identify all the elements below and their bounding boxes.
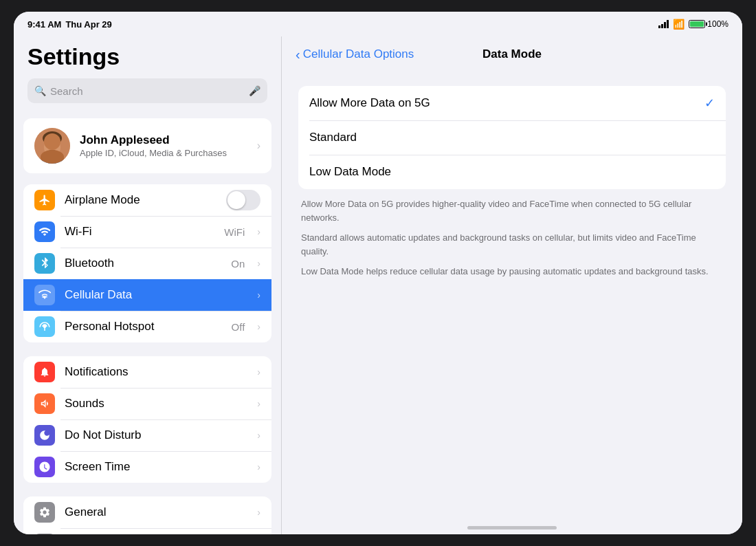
svg-point-4 [47,144,50,147]
profile-chevron-icon: › [257,140,260,152]
option-standard[interactable]: Standard [298,120,726,155]
description-allow-more: Allow More Data on 5G provides higher-qu… [301,197,723,224]
svg-point-1 [43,131,62,145]
ipad-frame: 9:41 AM Thu Apr 29 📶 100% [14,12,742,534]
signal-icon [658,20,669,28]
sidebar-item-controlcenter[interactable]: Control Center › [23,528,271,534]
option-low-data-label: Low Data Mode [309,165,715,179]
profile-info: John Appleseed Apple ID, iCloud, Media &… [80,133,247,158]
back-chevron-icon: ‹ [296,47,300,63]
option-low-data[interactable]: Low Data Mode [298,155,726,189]
cellular-label: Cellular Data [65,288,245,302]
screentime-chevron-icon: › [257,461,260,472]
sidebar-item-cellular[interactable]: Cellular Data › [23,279,271,311]
screentime-label: Screen Time [65,460,245,474]
network-section: Airplane Mode Wi-Fi WiFi [23,184,271,342]
option-standard-label: Standard [309,131,715,144]
general-label: General [65,505,245,519]
sidebar-item-hotspot[interactable]: Personal Hotspot Off › [23,311,271,342]
notifications-label: Notifications [65,365,245,379]
svg-point-3 [45,150,59,158]
profile-name: John Appleseed [80,133,247,147]
hotspot-svg [38,320,51,333]
notification-section: Notifications › Sounds › [23,356,271,483]
sidebar-item-donotdisturb[interactable]: Do Not Disturb › [23,419,271,451]
general-svg [38,506,51,518]
battery-bar [689,20,705,28]
avatar-svg [34,128,70,164]
cellular-svg [38,289,51,301]
detail-panel: ‹ Cellular Data Options Data Mode Allow … [282,36,742,534]
sounds-label: Sounds [65,397,245,411]
general-chevron-icon: › [257,507,260,518]
back-label: Cellular Data Options [303,47,414,61]
sidebar-item-airplane[interactable]: Airplane Mode [23,184,271,216]
donotdisturb-chevron-icon: › [257,430,260,441]
airplane-label: Airplane Mode [65,193,216,207]
sounds-chevron-icon: › [257,398,260,409]
cellular-icon [34,285,55,305]
sidebar-item-wifi[interactable]: Wi-Fi WiFi › [23,216,271,248]
back-button[interactable]: ‹ Cellular Data Options [296,47,414,63]
option-allow-more[interactable]: Allow More Data on 5G ✓ [298,86,726,120]
svg-point-5 [54,144,57,147]
sidebar: Settings 🔍 🎤 [14,36,282,534]
bluetooth-label: Bluetooth [65,256,221,270]
svg-point-2 [44,138,60,157]
wifi-value: WiFi [224,226,245,238]
notifications-icon [34,362,55,382]
screentime-svg [38,461,51,473]
home-bar [467,526,557,529]
screentime-icon [34,457,55,477]
description-low-data: Low Data Mode helps reduce cellular data… [301,265,723,279]
airplane-svg [38,194,51,206]
sidebar-header: Settings 🔍 🎤 [14,36,281,113]
battery-pct: 100% [707,19,729,29]
hotspot-value: Off [232,321,245,333]
wifi-icon: 📶 [673,19,685,30]
hotspot-label: Personal Hotspot [65,320,222,334]
battery-fill [690,21,704,27]
notification-group: Notifications › Sounds › [23,356,271,483]
detail-content: Allow More Data on 5G ✓ Standard Low Dat… [282,72,742,521]
sidebar-item-notifications[interactable]: Notifications › [23,356,271,388]
option-allow-more-label: Allow More Data on 5G [309,96,695,110]
hotspot-icon [34,316,55,337]
sidebar-item-screentime[interactable]: Screen Time › [23,451,271,483]
wifi-settings-icon [34,221,55,242]
toggle-knob [227,191,245,209]
battery-indicator: 100% [689,19,729,29]
wifi-label: Wi-Fi [65,225,214,239]
notifications-chevron-icon: › [257,367,260,378]
svg-point-6 [40,157,65,164]
bluetooth-chevron-icon: › [257,258,260,269]
main-content: Settings 🔍 🎤 [14,36,742,534]
hotspot-chevron-icon: › [257,321,260,332]
detail-title: Data Mode [482,47,542,61]
checkmark-icon: ✓ [704,96,715,111]
description-standard: Standard allows automatic updates and ba… [301,231,723,258]
sidebar-item-general[interactable]: General › [23,496,271,528]
data-mode-options: Allow More Data on 5G ✓ Standard Low Dat… [298,86,726,189]
sidebar-item-bluetooth[interactable]: Bluetooth On › [23,248,271,279]
settings-title: Settings [27,43,267,70]
sounds-icon [34,393,55,414]
network-group: Airplane Mode Wi-Fi WiFi [23,184,271,342]
general-icon [34,502,55,523]
status-time: 9:41 AM [27,19,61,30]
profile-subtitle: Apple ID, iCloud, Media & Purchases [80,148,247,158]
sidebar-item-sounds[interactable]: Sounds › [23,388,271,419]
search-bar[interactable]: 🔍 🎤 [27,78,267,103]
general-section: General › Control Center › [23,496,271,534]
search-input[interactable] [50,85,245,97]
airplane-toggle[interactable] [226,190,260,210]
profile-card[interactable]: John Appleseed Apple ID, iCloud, Media &… [23,118,271,173]
mic-icon[interactable]: 🎤 [249,85,260,96]
airplane-icon [34,190,55,210]
general-group: General › Control Center › [23,496,271,534]
search-icon: 🔍 [34,85,46,96]
sounds-svg [38,397,51,410]
status-date: Thu Apr 29 [65,19,111,30]
status-bar: 9:41 AM Thu Apr 29 📶 100% [14,12,742,36]
status-right: 📶 100% [658,19,729,30]
